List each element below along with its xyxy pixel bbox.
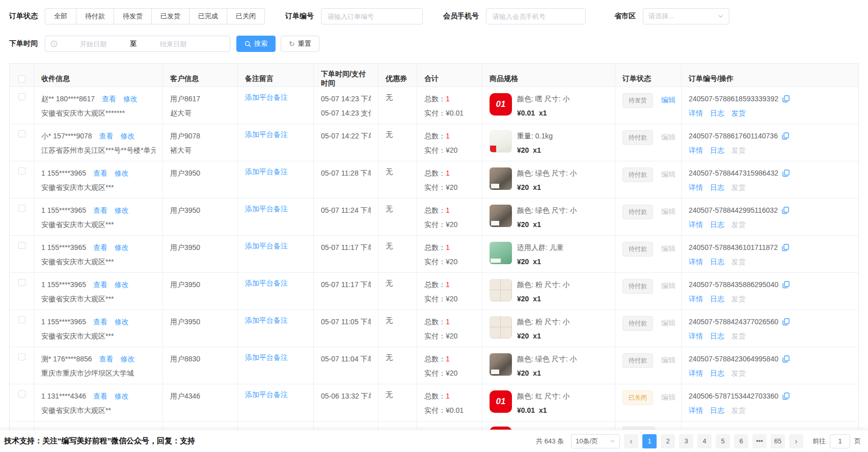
start-date-input[interactable]	[61, 40, 126, 48]
detail-link[interactable]: 详情	[689, 220, 703, 229]
region-select[interactable]: 请选择...	[643, 8, 729, 24]
add-remark-link[interactable]: 添加平台备注	[245, 390, 288, 399]
row-checkbox[interactable]	[18, 130, 25, 137]
log-link[interactable]: 日志	[710, 295, 724, 303]
edit-status-link[interactable]: 编辑	[661, 207, 675, 215]
log-link[interactable]: 日志	[710, 109, 724, 117]
date-range-picker[interactable]: 至	[45, 36, 230, 52]
status-tab[interactable]: 全部	[45, 8, 76, 24]
log-link[interactable]: 日志	[710, 332, 724, 340]
ship-link[interactable]: 发货	[731, 146, 746, 154]
page-ellipsis[interactable]: •••	[752, 434, 767, 448]
status-tab[interactable]: 已完成	[189, 8, 227, 24]
ship-link[interactable]: 发货	[731, 332, 746, 340]
copy-icon[interactable]	[782, 170, 790, 177]
copy-icon[interactable]	[782, 244, 789, 251]
add-remark-link[interactable]: 添加平台备注	[245, 167, 288, 176]
ship-link[interactable]: 发货	[731, 258, 746, 266]
page-button[interactable]: 2	[661, 434, 675, 448]
modify-link[interactable]: 修改	[123, 95, 138, 103]
log-link[interactable]: 日志	[710, 183, 724, 191]
log-link[interactable]: 日志	[710, 406, 724, 414]
end-date-input[interactable]	[141, 40, 206, 48]
member-phone-input[interactable]	[486, 8, 586, 24]
log-link[interactable]: 日志	[710, 369, 724, 377]
goto-page-input[interactable]	[830, 434, 850, 448]
next-page-button[interactable]: ›	[789, 434, 803, 448]
row-checkbox[interactable]	[18, 316, 25, 323]
detail-link[interactable]: 详情	[689, 295, 703, 303]
edit-status-link[interactable]: 编辑	[661, 281, 675, 290]
view-link[interactable]: 查看	[93, 243, 107, 251]
reset-button[interactable]: ↻ 重置	[281, 36, 319, 52]
detail-link[interactable]: 详情	[689, 406, 703, 414]
page-button[interactable]: 5	[716, 434, 730, 448]
row-checkbox[interactable]	[18, 242, 25, 249]
edit-status-link[interactable]: 编辑	[661, 244, 675, 252]
ship-link[interactable]: 发货	[731, 109, 746, 117]
select-all-checkbox[interactable]	[18, 75, 25, 82]
copy-icon[interactable]	[782, 95, 790, 103]
detail-link[interactable]: 详情	[689, 109, 703, 117]
page-button[interactable]: 4	[697, 434, 712, 448]
edit-status-link[interactable]: 编辑	[661, 170, 675, 178]
copy-icon[interactable]	[782, 281, 790, 289]
detail-link[interactable]: 详情	[689, 183, 703, 191]
row-checkbox[interactable]	[18, 279, 25, 286]
copy-icon[interactable]	[782, 355, 790, 363]
view-link[interactable]: 查看	[93, 169, 107, 177]
page-button[interactable]: 65	[771, 434, 785, 448]
modify-link[interactable]: 修改	[120, 132, 134, 140]
view-link[interactable]: 查看	[99, 355, 114, 363]
modify-link[interactable]: 修改	[115, 392, 129, 400]
modify-link[interactable]: 修改	[115, 169, 129, 177]
prev-page-button[interactable]: ‹	[624, 434, 638, 448]
row-checkbox[interactable]	[18, 167, 25, 175]
modify-link[interactable]: 修改	[120, 355, 134, 363]
detail-link[interactable]: 详情	[689, 258, 703, 266]
copy-icon[interactable]	[782, 318, 790, 326]
log-link[interactable]: 日志	[710, 258, 724, 266]
page-size-select[interactable]: 10条/页	[571, 434, 620, 448]
order-no-input[interactable]	[321, 8, 423, 24]
ship-link[interactable]: 发货	[731, 183, 746, 191]
page-button[interactable]: 6	[734, 434, 748, 448]
log-link[interactable]: 日志	[710, 220, 724, 229]
row-checkbox[interactable]	[18, 205, 25, 212]
detail-link[interactable]: 详情	[689, 146, 703, 154]
modify-link[interactable]: 修改	[115, 243, 129, 251]
status-tab[interactable]: 已发货	[152, 8, 189, 24]
copy-icon[interactable]	[782, 392, 790, 400]
edit-status-link[interactable]: 编辑	[661, 96, 675, 104]
add-remark-link[interactable]: 添加平台备注	[245, 93, 288, 101]
edit-status-link[interactable]: 编辑	[661, 319, 675, 327]
edit-status-link[interactable]: 编辑	[661, 133, 675, 141]
add-remark-link[interactable]: 添加平台备注	[245, 316, 288, 324]
ship-link[interactable]: 发货	[731, 406, 746, 414]
add-remark-link[interactable]: 添加平台备注	[245, 242, 288, 250]
row-checkbox[interactable]	[18, 390, 25, 398]
add-remark-link[interactable]: 添加平台备注	[245, 205, 288, 213]
status-tab[interactable]: 待付款	[76, 8, 114, 24]
page-button[interactable]: 3	[679, 434, 693, 448]
page-button[interactable]: 1	[642, 434, 657, 448]
view-link[interactable]: 查看	[99, 132, 114, 140]
edit-status-link[interactable]: 编辑	[661, 356, 675, 364]
ship-link[interactable]: 发货	[731, 369, 746, 377]
status-tab[interactable]: 已关闭	[227, 8, 265, 24]
copy-icon[interactable]	[782, 207, 789, 214]
row-checkbox[interactable]	[18, 353, 25, 360]
detail-link[interactable]: 详情	[689, 369, 703, 377]
search-button[interactable]: 搜索	[236, 36, 276, 52]
modify-link[interactable]: 修改	[115, 318, 129, 326]
add-remark-link[interactable]: 添加平台备注	[245, 279, 288, 287]
ship-link[interactable]: 发货	[731, 220, 746, 229]
row-checkbox[interactable]	[18, 93, 25, 100]
edit-status-link[interactable]: 编辑	[661, 393, 675, 401]
ship-link[interactable]: 发货	[731, 295, 746, 303]
view-link[interactable]: 查看	[93, 392, 107, 400]
view-link[interactable]: 查看	[93, 318, 107, 326]
add-remark-link[interactable]: 添加平台备注	[245, 353, 288, 361]
copy-icon[interactable]	[782, 132, 789, 140]
view-link[interactable]: 查看	[102, 95, 116, 103]
